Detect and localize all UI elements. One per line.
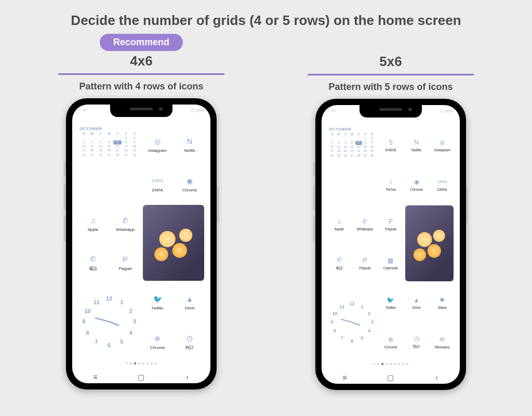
- back-button[interactable]: ‹: [183, 374, 192, 380]
- photo-widget[interactable]: [405, 205, 454, 281]
- phone-mockup-left: 7:49 ⓘ 98% OCTOBER SMTWTFS 12 3456789 10…: [66, 98, 217, 389]
- dot: [402, 363, 404, 365]
- app-label: SHEIN: [385, 148, 396, 152]
- dot: [142, 362, 144, 365]
- calendar-month: OCTOBER: [79, 126, 139, 132]
- recents-button[interactable]: ≡: [340, 374, 349, 381]
- recents-button[interactable]: ≡: [91, 374, 99, 380]
- app-clock[interactable]: ◷時計: [404, 322, 429, 361]
- app-paypal[interactable]: PPaypal: [110, 243, 141, 282]
- app-label: Instagram: [148, 148, 167, 153]
- svg-text:8: 8: [334, 328, 336, 333]
- twitter-icon: 🐦: [386, 295, 395, 305]
- shein-icon: S: [386, 138, 395, 147]
- app-twitter[interactable]: 🐦Twitter: [378, 283, 403, 322]
- dot: [394, 363, 396, 365]
- status-time: 7:51: [328, 108, 336, 114]
- app-zara[interactable]: ZARAZARA: [142, 165, 173, 203]
- dot: [155, 362, 157, 365]
- grid-label-5x6: 5x6: [379, 54, 402, 70]
- compass-icon: ⊕: [152, 333, 163, 344]
- app-shein[interactable]: SSHEIN: [378, 126, 403, 164]
- page-indicator[interactable]: ≡: [77, 360, 205, 367]
- app-label: Paypal: [360, 266, 370, 270]
- app-instagram[interactable]: ◎Instagram: [142, 125, 173, 164]
- app-netflix[interactable]: NNetflix: [404, 126, 429, 164]
- phone-icon: ✆: [335, 255, 344, 265]
- app-label: Instagram: [434, 148, 450, 152]
- clock-widget[interactable]: 121 23 45 67 89 1011: [77, 283, 141, 360]
- app-safari[interactable]: ⊕Chrome: [142, 322, 173, 360]
- clock-icon: ◷: [184, 332, 195, 344]
- app-zara[interactable]: ZARAZARA: [430, 165, 455, 204]
- app-calendar[interactable]: ▦Calendar: [378, 244, 403, 282]
- app-safari[interactable]: ⊕Chrome: [378, 322, 403, 361]
- app-label: Twitter: [151, 306, 164, 310]
- slack-icon: ✱: [437, 295, 447, 305]
- app-label: 電話: [89, 266, 97, 271]
- home-button[interactable]: ▢: [387, 374, 395, 381]
- clock-icon: ◷: [412, 334, 421, 343]
- app-messenger[interactable]: ✉Messang: [430, 322, 455, 361]
- app-phone[interactable]: ✆電話: [327, 244, 352, 282]
- app-whatsapp[interactable]: ✆Whatsapp: [110, 204, 141, 242]
- status-time: 7:49: [78, 108, 87, 113]
- grid-label-4x6: 4x6: [130, 53, 152, 69]
- app-grid-5: OCTOBER SMTWTFS 12 3456789 1011121314151…: [327, 126, 455, 361]
- side-button: [313, 216, 315, 242]
- app-netflix[interactable]: NNetflix: [174, 125, 205, 164]
- option-5x6[interactable]: 5x6 Pattern with 5 rows of icons 7:51 ⓘ …: [297, 34, 484, 390]
- app-label: Apple: [335, 227, 344, 231]
- photo-widget[interactable]: [143, 205, 204, 280]
- page-indicator[interactable]: ≡: [327, 361, 455, 367]
- app-grid-4: OCTOBER SMTWTFS 12 3456789 1011121314151…: [77, 125, 205, 360]
- app-instagram[interactable]: ◎Instagram: [430, 126, 455, 164]
- side-button: [313, 185, 315, 211]
- app-chrome[interactable]: ◉Chrome: [174, 165, 205, 203]
- app-paypal[interactable]: PPaypal: [378, 204, 403, 243]
- app-label: Messang: [435, 345, 449, 349]
- option-4x6[interactable]: Recommend 4x6 Pattern with 4 rows of ico…: [48, 34, 235, 390]
- notch-camera: [159, 107, 163, 111]
- home-button[interactable]: ▢: [137, 374, 145, 380]
- app-label: Slack: [438, 306, 447, 309]
- music-icon: ♫: [335, 217, 344, 226]
- app-clock[interactable]: ◷時計: [174, 322, 205, 360]
- app-label: Netflix: [411, 148, 421, 152]
- back-button[interactable]: ‹: [433, 374, 441, 381]
- caption-4x6: Pattern with 4 rows of icons: [79, 81, 203, 92]
- svg-text:5: 5: [120, 338, 123, 344]
- svg-line-26: [341, 319, 352, 322]
- app-slack[interactable]: ✱Slack: [430, 283, 455, 322]
- app-label: 電話: [336, 266, 343, 271]
- drive-icon: ▲: [184, 293, 195, 305]
- svg-text:6: 6: [351, 339, 353, 344]
- twitter-icon: 🐦: [152, 293, 163, 305]
- chrome-icon: ◉: [412, 177, 421, 187]
- app-apple-music[interactable]: ♫Apple: [77, 204, 109, 242]
- svg-text:4: 4: [368, 328, 370, 333]
- app-apple-music[interactable]: ♫Apple: [327, 204, 352, 243]
- app-tiktok[interactable]: ♪TikTok: [378, 165, 403, 204]
- zara-icon: ZARA: [437, 177, 447, 187]
- dot: [390, 363, 392, 365]
- app-twitter[interactable]: 🐦Twitter: [142, 283, 173, 321]
- svg-text:1: 1: [361, 304, 364, 309]
- app-chrome[interactable]: ◉Chrome: [404, 165, 429, 204]
- caption-5x6: Pattern with 5 rows of icons: [328, 82, 453, 93]
- dot: [377, 363, 379, 365]
- app-drive[interactable]: ▲Drive: [404, 283, 429, 322]
- dot-active: [134, 362, 136, 365]
- calendar-widget[interactable]: OCTOBER SMTWTFS 12 3456789 1011121314151…: [327, 126, 377, 203]
- app-drive[interactable]: ▲Drive: [174, 283, 205, 321]
- menu-icon: ≡: [126, 362, 128, 365]
- clock-widget[interactable]: 121 23 45 67 89 1011: [327, 283, 377, 361]
- app-label: Drive: [185, 306, 195, 310]
- app-phone[interactable]: ✆電話: [77, 243, 109, 282]
- app-whatsapp[interactable]: ✆Whatsapp: [353, 204, 378, 243]
- app-paypal2[interactable]: PPaypal: [353, 244, 378, 282]
- messenger-icon: ✉: [437, 335, 447, 344]
- chrome-icon: ◉: [184, 175, 195, 187]
- calendar-widget[interactable]: OCTOBER SMTWTFS 12 3456789 1011121314151…: [77, 125, 141, 203]
- android-navbar: ≡ ▢ ‹: [72, 374, 210, 380]
